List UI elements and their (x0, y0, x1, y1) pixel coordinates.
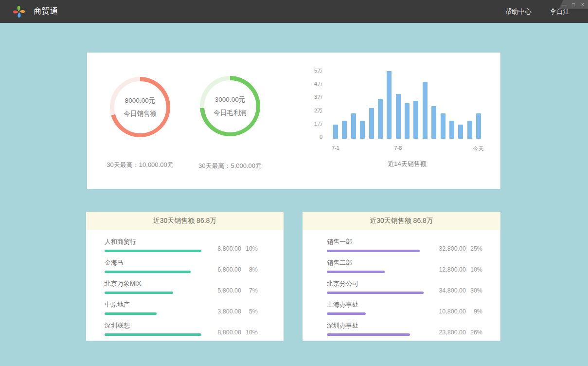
progress-bar (105, 271, 191, 273)
progress-bar (105, 333, 201, 336)
amount-value: 3,800.00 (206, 308, 241, 315)
amount-value: 8,800.00 (206, 245, 241, 252)
customer-name: 金海马 (105, 258, 202, 267)
list-item: 销售一部 32,800.00 25% (327, 238, 482, 252)
chart-bar (360, 121, 365, 139)
list-item: 销售二部 12,800.00 10% (327, 258, 482, 273)
department-name: 销售二部 (327, 258, 427, 267)
department-name: 上海办事处 (327, 300, 427, 309)
percent-value: 10% (466, 266, 482, 273)
window-controls: — □ × (559, 0, 588, 9)
customer-name: 人和商贸行 (105, 238, 202, 246)
chart-bar (413, 101, 418, 139)
y-axis-tick-label: 5万 (303, 67, 322, 74)
pinwheel-logo-icon (11, 3, 27, 20)
progress-bar (105, 250, 201, 252)
department-name: 北京分公司 (327, 279, 427, 288)
help-center-link[interactable]: 帮助中心 (505, 7, 532, 16)
app-title: 商贸通 (34, 6, 58, 17)
today-summary-card: 8000.00元 今日销售额 30天最高：10,000.00元 3000.00元… (87, 53, 500, 189)
chart-bar (333, 125, 338, 139)
chart-bar (405, 103, 410, 139)
y-axis-tick-label: 1万 (303, 120, 322, 127)
department-ranking-list: 销售一部 32,800.00 25% 销售二部 12,800.00 10% 北京… (303, 230, 500, 336)
bar-chart-title: 近14天销售额 (333, 160, 481, 168)
progress-bar (327, 333, 410, 336)
amount-value: 23,800.00 (431, 329, 466, 336)
amount-value: 5,800.00 (206, 287, 241, 294)
x-axis-tick-label: 7-8 (394, 145, 402, 151)
chart-bar (369, 108, 374, 139)
percent-value: 10% (241, 329, 258, 336)
list-item: 中原地产 3,800.00 5% (105, 300, 258, 315)
y-axis-tick-label: 2万 (303, 107, 322, 114)
chart-bar (387, 71, 392, 139)
chart-bar (441, 113, 445, 139)
chart-bar (458, 125, 463, 139)
department-name: 销售一部 (327, 238, 427, 246)
chart-bar (449, 121, 454, 139)
chart-bar (396, 94, 401, 139)
top-navbar: 商贸通 帮助中心 李白江 — □ × (0, 0, 588, 23)
amount-value: 6,800.00 (206, 266, 241, 273)
department-ranking-title: 近30天销售额 86.8万 (303, 212, 500, 230)
maximize-icon[interactable]: □ (571, 2, 576, 7)
amount-value: 32,800.00 (431, 245, 466, 252)
y-axis-tick-label: 4万 (303, 80, 322, 88)
list-item: 深圳联想 8,800.00 10% (105, 321, 258, 336)
customer-name: 中原地产 (105, 300, 202, 309)
chart-bar (378, 99, 383, 139)
list-item: 人和商贸行 8,800.00 10% (105, 238, 258, 252)
close-icon[interactable]: × (580, 2, 585, 7)
progress-bar (327, 312, 366, 315)
department-ranking-card: 近30天销售额 86.8万 销售一部 32,800.00 25% 销售二部 12… (303, 212, 500, 341)
customer-name: 北京万象MIX (105, 279, 202, 288)
x-axis-tick-label: 7-1 (332, 145, 339, 151)
list-item: 北京分公司 34,800.00 30% (327, 279, 482, 294)
percent-value: 25% (466, 245, 482, 252)
minimize-icon[interactable]: — (562, 2, 567, 7)
customer-ranking-card: 近30天销售额 86.8万 人和商贸行 8,800.00 10% 金海马 6,8… (86, 212, 284, 341)
amount-value: 8,800.00 (206, 329, 241, 336)
chart-bar (467, 121, 472, 139)
amount-value: 10,800.00 (431, 308, 466, 315)
chart-bar (351, 113, 356, 139)
progress-bar (327, 250, 420, 252)
progress-bar (105, 312, 157, 315)
percent-value: 30% (466, 287, 482, 294)
list-item: 上海办事处 10,800.00 9% (327, 300, 482, 315)
customer-name: 深圳联想 (105, 321, 202, 330)
list-item: 北京万象MIX 5,800.00 7% (105, 279, 258, 294)
list-item: 金海马 6,800.00 8% (105, 258, 258, 273)
y-axis-tick-label: 0 (303, 134, 322, 140)
percent-value: 26% (466, 329, 482, 336)
y-axis-tick-label: 3万 (303, 93, 322, 101)
list-item: 深圳办事处 23,800.00 26% (327, 321, 482, 336)
percent-value: 8% (241, 266, 258, 273)
bar-chart-bars (333, 71, 481, 139)
sales-14d-bar-chart: 5万4万3万2万1万0 7-17-8今天 近14天销售额 (87, 53, 500, 189)
amount-value: 12,800.00 (431, 266, 466, 273)
x-axis-tick-label: 今天 (473, 145, 484, 152)
customer-ranking-list: 人和商贸行 8,800.00 10% 金海马 6,800.00 8% 北京万象M… (86, 230, 284, 336)
bar-chart-xticks: 7-17-8今天 (333, 145, 481, 155)
progress-bar (327, 271, 385, 273)
department-name: 深圳办事处 (327, 321, 427, 330)
percent-value: 5% (241, 308, 258, 315)
percent-value: 7% (241, 287, 258, 294)
chart-bar (342, 121, 347, 139)
chart-bar (476, 113, 481, 139)
progress-bar (327, 292, 424, 294)
customer-ranking-title: 近30天销售额 86.8万 (86, 212, 284, 230)
percent-value: 9% (466, 308, 482, 315)
progress-bar (105, 292, 173, 294)
chart-bar (431, 106, 436, 139)
amount-value: 34,800.00 (431, 287, 466, 294)
chart-bar (423, 82, 428, 139)
percent-value: 10% (241, 245, 258, 252)
